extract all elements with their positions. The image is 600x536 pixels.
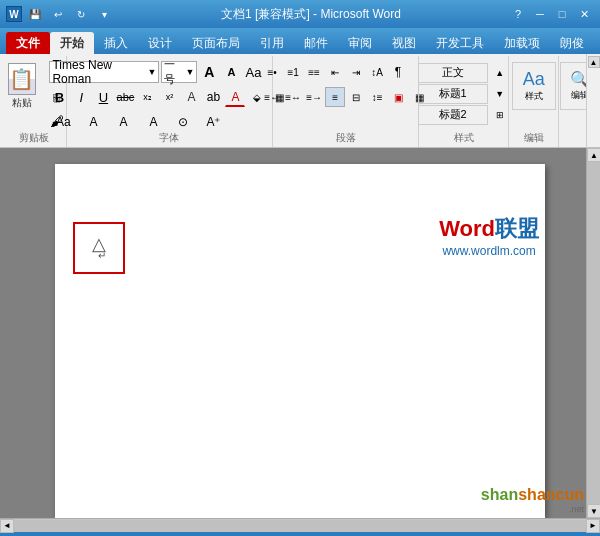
paste-label: 粘贴: [12, 96, 32, 110]
scroll-down-button[interactable]: ▼: [587, 504, 600, 518]
font-size-selector[interactable]: 一号 ▼: [161, 61, 197, 83]
font-size-dropdown-icon[interactable]: ▼: [186, 67, 195, 77]
font-family-selector[interactable]: Times New Roman ▼: [49, 61, 159, 83]
customize-qat-button[interactable]: ▾: [94, 4, 114, 24]
strikethrough-button[interactable]: abc: [115, 87, 135, 107]
underline-button[interactable]: U: [93, 87, 113, 107]
styles-group: 正文 标题1 标题2 ▲ ▼ ⊞ 样式: [419, 56, 509, 147]
paste-button[interactable]: 📋 粘贴: [0, 60, 44, 112]
superscript-button[interactable]: x²: [159, 87, 179, 107]
tab-home[interactable]: 开始: [50, 32, 94, 54]
hscroll-track[interactable]: [14, 520, 586, 532]
tab-developer[interactable]: 开发工具: [426, 32, 494, 54]
font-aa5-button[interactable]: ⊙: [169, 112, 197, 132]
font-family-value: Times New Roman: [52, 58, 147, 86]
scroll-thumb[interactable]: [587, 162, 600, 504]
window-title: 文档1 [兼容模式] - Microsoft Word: [114, 6, 508, 23]
shading-para-button[interactable]: ▣: [388, 87, 408, 107]
italic-button[interactable]: I: [71, 87, 91, 107]
justify-button[interactable]: ≡: [325, 87, 345, 107]
tab-references[interactable]: 引用: [250, 32, 294, 54]
grow-font-button[interactable]: A: [199, 62, 219, 82]
font-aa6-button[interactable]: A⁺: [199, 112, 227, 132]
subscript-button[interactable]: x₂: [137, 87, 157, 107]
font-color-button[interactable]: A: [225, 87, 245, 107]
change-case-button[interactable]: Aa: [49, 112, 77, 132]
style-label: 样式: [525, 90, 543, 103]
styles-expand-button[interactable]: ⊞: [490, 105, 510, 125]
line-spacing-button[interactable]: ↕≡: [367, 87, 387, 107]
titlebar-right: ? ─ □ ✕: [508, 5, 594, 23]
titlebar-left: W 💾 ↩ ↻ ▾: [6, 4, 114, 24]
tab-mailings[interactable]: 邮件: [294, 32, 338, 54]
paste-icon: 📋: [8, 63, 36, 95]
watermark-line1: Word联盟: [439, 214, 539, 244]
font-aa4-button[interactable]: A: [139, 112, 167, 132]
column-button[interactable]: ⊟: [346, 87, 366, 107]
increase-indent-button[interactable]: ⇥: [346, 62, 366, 82]
close-button[interactable]: ✕: [574, 5, 594, 23]
tab-addins[interactable]: 加载项: [494, 32, 550, 54]
hscroll-left-button[interactable]: ◄: [0, 519, 14, 533]
font-family-dropdown-icon[interactable]: ▼: [148, 67, 157, 77]
font-aa3-button[interactable]: A: [109, 112, 137, 132]
undo-qat-button[interactable]: ↩: [48, 4, 68, 24]
redo-qat-button[interactable]: ↻: [71, 4, 91, 24]
word-icon: W: [6, 6, 22, 22]
decrease-indent-button[interactable]: ⇤: [325, 62, 345, 82]
statusbar: 第 1 页，共 1 页 2 个字 ☐ 英语(美国) ⊞ ☰ 囲 ─ + 100%: [0, 532, 600, 536]
align-right-button[interactable]: ≡→: [304, 87, 324, 107]
tab-insert[interactable]: 插入: [94, 32, 138, 54]
tab-design[interactable]: 设计: [138, 32, 182, 54]
editing-group-label: 编辑: [509, 131, 558, 145]
style-item-heading2[interactable]: 标题2: [418, 105, 488, 125]
scroll-up-button[interactable]: ▲: [587, 148, 600, 162]
watermark-line2: www.wordlm.com: [439, 244, 539, 258]
sort-button[interactable]: ↕A: [367, 62, 387, 82]
style-item-normal[interactable]: 正文: [418, 63, 488, 83]
font-group: Times New Roman ▼ 一号 ▼ A A Aa B I U abc …: [67, 56, 273, 147]
document-area: △ ↵ Word联盟 www.wordlm.com: [0, 148, 600, 518]
ribbon: 📋 粘贴 ✂ ⎘ 🖌 剪贴板 Times New Roman ▼: [0, 54, 600, 148]
styles-down-button[interactable]: ▼: [490, 84, 510, 104]
minimize-button[interactable]: ─: [530, 5, 550, 23]
font-aa2-button[interactable]: A: [79, 112, 107, 132]
help-button[interactable]: ?: [508, 5, 528, 23]
styles-group-label: 样式: [419, 131, 508, 145]
align-center-button[interactable]: ≡↔: [283, 87, 303, 107]
text-effect-button[interactable]: A: [181, 87, 201, 107]
tab-view[interactable]: 视图: [382, 32, 426, 54]
align-left-button[interactable]: ≡←: [262, 87, 282, 107]
clear-format-button[interactable]: Aa: [243, 62, 263, 82]
show-marks-button[interactable]: ¶: [388, 62, 408, 82]
vertical-scrollbar[interactable]: ▲ ▼: [586, 148, 600, 518]
tab-file[interactable]: 文件: [6, 32, 50, 54]
style-icon[interactable]: Aa 样式: [512, 62, 556, 110]
styles-up-button[interactable]: ▲: [490, 63, 510, 83]
paragraph-group: ≡• ≡1 ≡≡ ⇤ ⇥ ↕A ¶ ≡← ≡↔ ≡→ ≡ ⊟ ↕≡ ▣ ▦ 段落: [273, 56, 419, 147]
drawing-inner: △ ↵: [92, 235, 106, 261]
document-page: △ ↵ Word联盟 www.wordlm.com: [55, 164, 545, 518]
multilevel-list-button[interactable]: ≡≡: [304, 62, 324, 82]
cursor-symbol: ↵: [98, 250, 106, 261]
tab-langjun[interactable]: 朗俊: [550, 32, 594, 54]
shrink-font-button[interactable]: A: [221, 62, 241, 82]
save-qat-button[interactable]: 💾: [25, 4, 45, 24]
maximize-button[interactable]: □: [552, 5, 572, 23]
document-container: △ ↵ Word联盟 www.wordlm.com ▲ ▼: [0, 148, 600, 518]
style-item-heading1[interactable]: 标题1: [418, 84, 488, 104]
ribbon-scroll-up-button[interactable]: ▲: [588, 56, 600, 68]
text-highlight-button[interactable]: ab: [203, 87, 223, 107]
watermark-word: Word: [439, 216, 495, 241]
font-group-label: 字体: [67, 131, 272, 145]
editing-group: Aa 样式 编辑: [509, 56, 559, 147]
bold-button[interactable]: B: [49, 87, 69, 107]
horizontal-scrollbar[interactable]: ◄ ►: [0, 518, 600, 532]
tab-review[interactable]: 审阅: [338, 32, 382, 54]
titlebar: W 💾 ↩ ↻ ▾ 文档1 [兼容模式] - Microsoft Word ? …: [0, 0, 600, 28]
hscroll-right-button[interactable]: ►: [586, 519, 600, 533]
tab-pagelayout[interactable]: 页面布局: [182, 32, 250, 54]
numbering-button[interactable]: ≡1: [283, 62, 303, 82]
drawing-object[interactable]: △ ↵: [73, 222, 125, 274]
bullets-button[interactable]: ≡•: [262, 62, 282, 82]
